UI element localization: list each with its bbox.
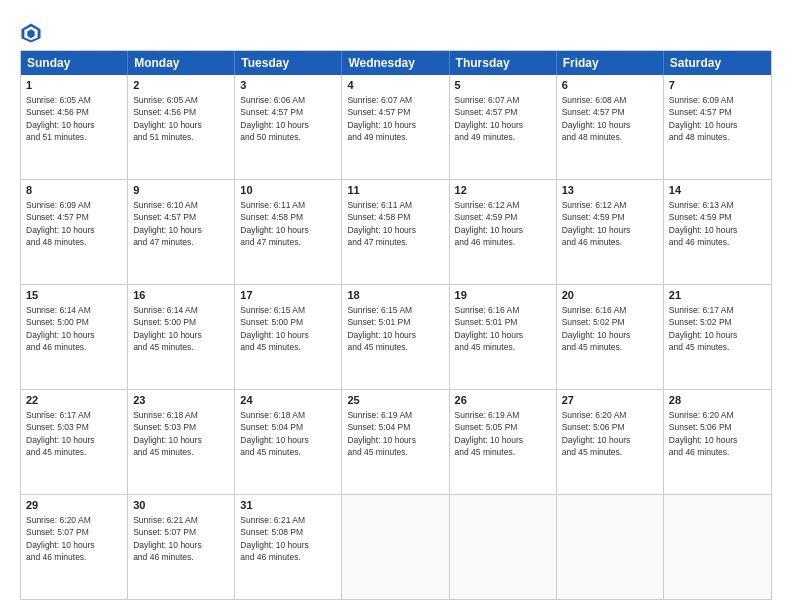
day-number: 3 <box>240 78 336 93</box>
day-number: 12 <box>455 183 551 198</box>
cal-cell: 29Sunrise: 6:20 AMSunset: 5:07 PMDayligh… <box>21 495 128 599</box>
cal-cell: 9Sunrise: 6:10 AMSunset: 4:57 PMDaylight… <box>128 180 235 284</box>
cal-cell: 15Sunrise: 6:14 AMSunset: 5:00 PMDayligh… <box>21 285 128 389</box>
cell-info: Sunrise: 6:05 AMSunset: 4:56 PMDaylight:… <box>133 95 202 142</box>
cal-cell: 8Sunrise: 6:09 AMSunset: 4:57 PMDaylight… <box>21 180 128 284</box>
cal-week-2: 8Sunrise: 6:09 AMSunset: 4:57 PMDaylight… <box>21 179 771 284</box>
cell-info: Sunrise: 6:13 AMSunset: 4:59 PMDaylight:… <box>669 200 738 247</box>
cal-cell: 22Sunrise: 6:17 AMSunset: 5:03 PMDayligh… <box>21 390 128 494</box>
day-number: 7 <box>669 78 766 93</box>
calendar-header-row: SundayMondayTuesdayWednesdayThursdayFrid… <box>21 51 771 75</box>
day-number: 29 <box>26 498 122 513</box>
cal-cell: 16Sunrise: 6:14 AMSunset: 5:00 PMDayligh… <box>128 285 235 389</box>
day-number: 1 <box>26 78 122 93</box>
cal-cell: 25Sunrise: 6:19 AMSunset: 5:04 PMDayligh… <box>342 390 449 494</box>
logo-icon <box>20 22 42 44</box>
cell-info: Sunrise: 6:12 AMSunset: 4:59 PMDaylight:… <box>455 200 524 247</box>
cal-cell: 6Sunrise: 6:08 AMSunset: 4:57 PMDaylight… <box>557 75 664 179</box>
day-number: 18 <box>347 288 443 303</box>
calendar-body: 1Sunrise: 6:05 AMSunset: 4:56 PMDaylight… <box>21 75 771 599</box>
day-number: 22 <box>26 393 122 408</box>
cal-cell: 3Sunrise: 6:06 AMSunset: 4:57 PMDaylight… <box>235 75 342 179</box>
cell-info: Sunrise: 6:15 AMSunset: 5:01 PMDaylight:… <box>347 305 416 352</box>
cal-cell: 19Sunrise: 6:16 AMSunset: 5:01 PMDayligh… <box>450 285 557 389</box>
cal-header-cell-sunday: Sunday <box>21 51 128 75</box>
day-number: 4 <box>347 78 443 93</box>
cal-cell: 2Sunrise: 6:05 AMSunset: 4:56 PMDaylight… <box>128 75 235 179</box>
day-number: 6 <box>562 78 658 93</box>
day-number: 8 <box>26 183 122 198</box>
cal-cell: 21Sunrise: 6:17 AMSunset: 5:02 PMDayligh… <box>664 285 771 389</box>
cal-cell <box>664 495 771 599</box>
cell-info: Sunrise: 6:19 AMSunset: 5:05 PMDaylight:… <box>455 410 524 457</box>
day-number: 31 <box>240 498 336 513</box>
cal-cell: 11Sunrise: 6:11 AMSunset: 4:58 PMDayligh… <box>342 180 449 284</box>
page: SundayMondayTuesdayWednesdayThursdayFrid… <box>0 0 792 612</box>
cal-cell: 12Sunrise: 6:12 AMSunset: 4:59 PMDayligh… <box>450 180 557 284</box>
day-number: 28 <box>669 393 766 408</box>
day-number: 10 <box>240 183 336 198</box>
day-number: 26 <box>455 393 551 408</box>
cal-cell: 30Sunrise: 6:21 AMSunset: 5:07 PMDayligh… <box>128 495 235 599</box>
day-number: 27 <box>562 393 658 408</box>
cal-cell: 24Sunrise: 6:18 AMSunset: 5:04 PMDayligh… <box>235 390 342 494</box>
cal-cell: 14Sunrise: 6:13 AMSunset: 4:59 PMDayligh… <box>664 180 771 284</box>
cal-cell: 27Sunrise: 6:20 AMSunset: 5:06 PMDayligh… <box>557 390 664 494</box>
cell-info: Sunrise: 6:21 AMSunset: 5:08 PMDaylight:… <box>240 515 309 562</box>
day-number: 23 <box>133 393 229 408</box>
cell-info: Sunrise: 6:17 AMSunset: 5:03 PMDaylight:… <box>26 410 95 457</box>
cal-cell: 17Sunrise: 6:15 AMSunset: 5:00 PMDayligh… <box>235 285 342 389</box>
cal-cell: 23Sunrise: 6:18 AMSunset: 5:03 PMDayligh… <box>128 390 235 494</box>
cell-info: Sunrise: 6:08 AMSunset: 4:57 PMDaylight:… <box>562 95 631 142</box>
cal-week-5: 29Sunrise: 6:20 AMSunset: 5:07 PMDayligh… <box>21 494 771 599</box>
cell-info: Sunrise: 6:07 AMSunset: 4:57 PMDaylight:… <box>455 95 524 142</box>
cal-header-cell-wednesday: Wednesday <box>342 51 449 75</box>
day-number: 11 <box>347 183 443 198</box>
cell-info: Sunrise: 6:06 AMSunset: 4:57 PMDaylight:… <box>240 95 309 142</box>
cal-cell: 1Sunrise: 6:05 AMSunset: 4:56 PMDaylight… <box>21 75 128 179</box>
cell-info: Sunrise: 6:20 AMSunset: 5:06 PMDaylight:… <box>669 410 738 457</box>
cell-info: Sunrise: 6:14 AMSunset: 5:00 PMDaylight:… <box>26 305 95 352</box>
cal-cell: 10Sunrise: 6:11 AMSunset: 4:58 PMDayligh… <box>235 180 342 284</box>
cal-cell: 28Sunrise: 6:20 AMSunset: 5:06 PMDayligh… <box>664 390 771 494</box>
cal-cell <box>450 495 557 599</box>
cal-cell: 26Sunrise: 6:19 AMSunset: 5:05 PMDayligh… <box>450 390 557 494</box>
cal-cell: 13Sunrise: 6:12 AMSunset: 4:59 PMDayligh… <box>557 180 664 284</box>
cell-info: Sunrise: 6:12 AMSunset: 4:59 PMDaylight:… <box>562 200 631 247</box>
cal-cell: 5Sunrise: 6:07 AMSunset: 4:57 PMDaylight… <box>450 75 557 179</box>
cell-info: Sunrise: 6:09 AMSunset: 4:57 PMDaylight:… <box>26 200 95 247</box>
cal-cell <box>342 495 449 599</box>
cell-info: Sunrise: 6:20 AMSunset: 5:07 PMDaylight:… <box>26 515 95 562</box>
day-number: 9 <box>133 183 229 198</box>
day-number: 14 <box>669 183 766 198</box>
cal-week-1: 1Sunrise: 6:05 AMSunset: 4:56 PMDaylight… <box>21 75 771 179</box>
day-number: 2 <box>133 78 229 93</box>
header <box>20 18 772 44</box>
cal-header-cell-thursday: Thursday <box>450 51 557 75</box>
logo <box>20 22 44 44</box>
cell-info: Sunrise: 6:17 AMSunset: 5:02 PMDaylight:… <box>669 305 738 352</box>
cell-info: Sunrise: 6:19 AMSunset: 5:04 PMDaylight:… <box>347 410 416 457</box>
day-number: 30 <box>133 498 229 513</box>
cell-info: Sunrise: 6:18 AMSunset: 5:03 PMDaylight:… <box>133 410 202 457</box>
cell-info: Sunrise: 6:21 AMSunset: 5:07 PMDaylight:… <box>133 515 202 562</box>
cal-cell: 20Sunrise: 6:16 AMSunset: 5:02 PMDayligh… <box>557 285 664 389</box>
cal-cell: 31Sunrise: 6:21 AMSunset: 5:08 PMDayligh… <box>235 495 342 599</box>
day-number: 17 <box>240 288 336 303</box>
cal-header-cell-monday: Monday <box>128 51 235 75</box>
cal-week-3: 15Sunrise: 6:14 AMSunset: 5:00 PMDayligh… <box>21 284 771 389</box>
cell-info: Sunrise: 6:05 AMSunset: 4:56 PMDaylight:… <box>26 95 95 142</box>
day-number: 24 <box>240 393 336 408</box>
cell-info: Sunrise: 6:18 AMSunset: 5:04 PMDaylight:… <box>240 410 309 457</box>
cell-info: Sunrise: 6:11 AMSunset: 4:58 PMDaylight:… <box>347 200 416 247</box>
cal-cell <box>557 495 664 599</box>
day-number: 15 <box>26 288 122 303</box>
cal-cell: 4Sunrise: 6:07 AMSunset: 4:57 PMDaylight… <box>342 75 449 179</box>
cal-week-4: 22Sunrise: 6:17 AMSunset: 5:03 PMDayligh… <box>21 389 771 494</box>
cell-info: Sunrise: 6:10 AMSunset: 4:57 PMDaylight:… <box>133 200 202 247</box>
cell-info: Sunrise: 6:15 AMSunset: 5:00 PMDaylight:… <box>240 305 309 352</box>
day-number: 21 <box>669 288 766 303</box>
cal-header-cell-friday: Friday <box>557 51 664 75</box>
cell-info: Sunrise: 6:16 AMSunset: 5:01 PMDaylight:… <box>455 305 524 352</box>
cal-header-cell-saturday: Saturday <box>664 51 771 75</box>
